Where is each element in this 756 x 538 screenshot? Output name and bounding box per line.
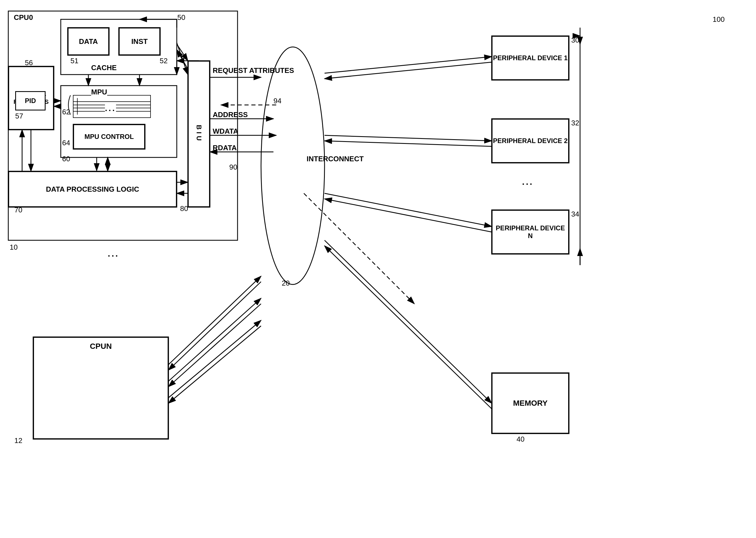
svg-line-47 — [325, 193, 492, 227]
svg-line-59 — [169, 320, 261, 398]
svg-line-58 — [169, 304, 261, 387]
svg-line-46 — [325, 141, 492, 146]
ref-34: 34 — [571, 210, 579, 218]
ref-32: 32 — [571, 119, 579, 127]
peripheral-device-n-box: PERIPHERAL DEVICE N — [492, 210, 569, 254]
ref-62: 62 — [62, 108, 70, 116]
svg-line-48 — [325, 199, 492, 232]
ref-57: 57 — [15, 112, 23, 120]
peripheral-device-1-box: PERIPHERAL DEVICE 1 — [492, 36, 569, 80]
cpu-dots: ... — [108, 248, 119, 259]
svg-line-41 — [304, 193, 414, 304]
ref-80: 80 — [180, 204, 188, 213]
ref-100: 100 — [713, 15, 725, 24]
svg-line-55 — [169, 276, 261, 364]
ref-10: 10 — [10, 243, 18, 251]
peripheral-device-2-box: PERIPHERAL DEVICE 2 — [492, 119, 569, 163]
pid-box: PID — [15, 91, 46, 110]
wdata-label: WDATA — [213, 127, 239, 135]
mpu-dots: ... — [105, 104, 116, 113]
ref-20: 20 — [282, 279, 290, 288]
cpu0-label: CPU0 — [14, 13, 33, 22]
cpun-box: CPUN — [33, 337, 169, 439]
ref-40: 40 — [516, 435, 524, 444]
svg-line-45 — [325, 135, 492, 141]
ref-90: 90 — [229, 163, 237, 172]
svg-line-56 — [169, 282, 261, 370]
mpu-label: MPU — [91, 88, 107, 96]
svg-line-60 — [169, 326, 261, 403]
svg-line-57 — [169, 298, 261, 381]
ref-64: 64 — [62, 139, 70, 147]
ref-56: 56 — [25, 59, 33, 67]
rdata-label: RDATA — [213, 144, 237, 152]
inst-cache-box: INST — [119, 27, 160, 55]
peripheral-dots: ... — [522, 177, 534, 187]
address-label: ADDRESS — [213, 110, 248, 119]
ref-52: 52 — [160, 57, 168, 65]
svg-line-53 — [325, 240, 492, 403]
svg-point-17 — [261, 47, 325, 285]
interconnect-label: INTERCONNECT — [306, 155, 364, 163]
ref-30: 30 — [571, 36, 579, 44]
cache-label: CACHE — [91, 64, 117, 72]
data-cache-box: DATA — [68, 27, 109, 55]
data-processing-logic-box: DATA PROCESSING LOGIC — [8, 171, 177, 207]
request-attributes-label: REQUEST ATTRIBUTES — [213, 66, 294, 75]
svg-line-54 — [325, 246, 492, 409]
ref-51: 51 — [71, 57, 79, 65]
biu-box: BIU — [188, 61, 210, 207]
memory-box: MEMORY — [492, 373, 569, 434]
ref-12: 12 — [14, 436, 23, 445]
ref-60: 60 — [62, 155, 70, 163]
ref-50: 50 — [177, 13, 185, 22]
mpu-control-box: MPU CONTROL — [73, 124, 145, 149]
ref-70: 70 — [14, 206, 23, 214]
ref-94: 94 — [273, 97, 282, 105]
